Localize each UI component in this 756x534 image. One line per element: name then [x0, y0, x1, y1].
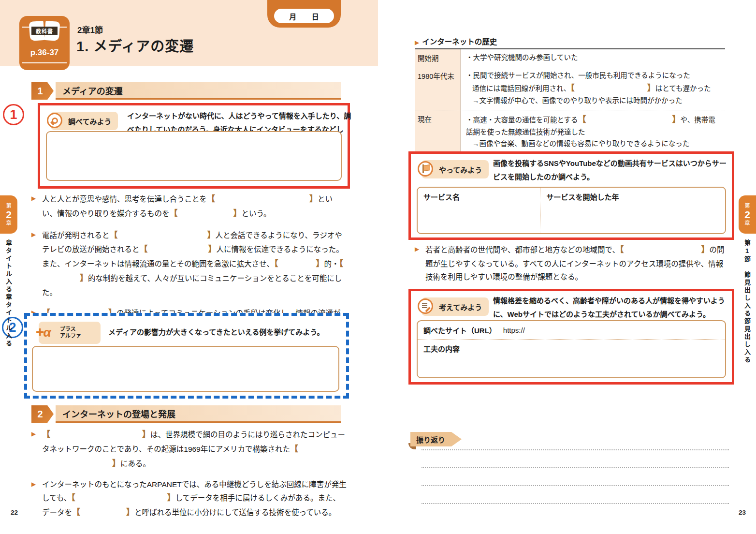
review-writing-line[interactable]	[422, 503, 729, 504]
bullet-triangle-icon: ▶	[31, 429, 36, 439]
try-prompt: 画像を投稿するSNSやYouTubeなどの動画共有サービスはいつからサービスを開…	[493, 157, 727, 184]
service-name-column[interactable]: サービス名	[418, 188, 540, 233]
think-answer-box[interactable]: 調べたサイト（URL） https:// 工夫の内容	[417, 320, 726, 378]
right-chapter-tab: 第 2 章	[739, 195, 756, 234]
section2-title: インターネットの登場と発展	[62, 407, 175, 420]
memo-pencil-icon	[418, 298, 433, 314]
date-month-label: 月	[289, 11, 296, 21]
try-badge-label: やってみよう	[439, 164, 482, 175]
try-answer-table[interactable]: サービス名 サービスを開始した年	[417, 187, 726, 234]
section2-number-badge: 2	[31, 405, 54, 423]
bullet-triangle-icon: ▶	[31, 230, 36, 240]
section2-header: 2 インターネットの登場と発展	[31, 405, 341, 423]
think-badge-label: 考えてみよう	[439, 302, 482, 312]
chapter-section-kicker: 2章1節	[77, 23, 103, 35]
history-heading: ▶インターネットの歴史	[415, 36, 497, 46]
url-label: 調べたサイト（URL）	[423, 325, 496, 335]
bullet-item: ▶電話が発明されると【】人と会話できるようになり、ラジオやテレビの放送が開始され…	[31, 228, 347, 299]
date-box: 月 日	[267, 0, 341, 28]
section2-bullets: ▶【】は、世界規模で網の目のようにはり巡らされたコンピュータネットワークのことで…	[31, 428, 347, 527]
inquiry-badge-label: 調べてみよう	[68, 116, 111, 126]
fill-in-blank: 【】	[110, 231, 216, 239]
textbook-pages: p.36-37	[19, 48, 70, 58]
flag-icon	[418, 161, 433, 177]
think-badge: 考えてみよう	[422, 297, 489, 316]
magnifier-icon	[47, 113, 62, 128]
fill-in-blank: 【】	[42, 430, 150, 439]
plus-alpha-label: プラス アルファ	[60, 326, 81, 340]
url-value: https://	[503, 326, 525, 334]
fill-in-blank: 【】	[140, 245, 217, 253]
bullet-item: ▶人と人とが意思や感情、思考を伝達し合うことを【】といい、情報のやり取りを媒介す…	[31, 192, 347, 221]
fill-in-blank: 【】	[72, 508, 134, 517]
fill-in-blank: 【】	[170, 209, 242, 218]
try-badge: やってみよう	[422, 160, 489, 178]
plus-alpha-answer-box[interactable]	[32, 346, 339, 392]
think-highlight-box: 考えてみよう 情報格差を縮めるべく、高齢者や障がいのある人が情報を得やすいように…	[408, 289, 734, 385]
bullet-triangle-icon: ▶	[415, 244, 419, 254]
bullet-item: ▶若者と高齢者の世代間や、都市部と地方などの地域間で、【】の問題が生じやすくなっ…	[415, 243, 728, 283]
fill-in-blank: 【】	[578, 116, 681, 124]
history-table: 開始期 ・大学や研究機関のみ参画していた 1980年代末 ・民間で接続サービスが…	[415, 48, 725, 154]
right-section-caption: 第1節 節見出し入る節見出し入る	[742, 239, 752, 510]
left-page-number: 22	[11, 509, 18, 516]
plus-alpha-badge: +α プラス アルファ	[39, 322, 101, 344]
bullet-triangle-icon: ▶	[31, 479, 36, 490]
annotation-circle-1: 1	[3, 104, 24, 125]
plus-alpha-icon: +α	[36, 324, 51, 340]
left-chapter-tab: 第 2 章	[0, 195, 17, 234]
badge-divider	[22, 62, 67, 63]
inquiry-badge: 調べてみよう	[51, 112, 118, 130]
bullet-item: ▶インターネットのもとになったARPANETでは、ある中継機どうしを結ぶ回線に障…	[31, 478, 347, 520]
date-day-label: 日	[312, 11, 319, 21]
review-writing-line[interactable]	[422, 485, 729, 486]
section1-header: 1 メディアの変遷	[31, 82, 341, 100]
bullet-triangle-icon: ▶	[415, 39, 419, 46]
service-year-column[interactable]: サービスを開始した年	[540, 188, 625, 233]
content-label: 工夫の内容	[423, 345, 460, 353]
textbook-badge: 教科書 p.36-37	[19, 16, 70, 70]
left-chapter-caption: 章タイトル入る章タイトル入る	[4, 239, 13, 447]
content-row[interactable]: 工夫の内容	[418, 340, 725, 357]
plus-alpha-highlight-box: +α プラス アルファ メディアの影響力が大きくなってきたといえる例を挙げてみよ…	[24, 313, 349, 399]
page-title: 1. メディアの変遷	[76, 35, 194, 55]
workbook-spread: 月 日 教科書 p.36-37 2章1節 1. メディアの変遷 1 メディアの変…	[0, 0, 756, 534]
section1-number-badge: 1	[31, 82, 54, 100]
fill-in-blank: 【】	[274, 260, 324, 268]
book-icon: 教科書	[29, 19, 60, 43]
table-row: 現在 ・高速・大容量の通信を可能とする【】や、携帯電話網を使った無線通信技術が発…	[415, 110, 725, 153]
url-row[interactable]: 調べたサイト（URL） https://	[418, 321, 725, 340]
fill-in-blank: 【】	[207, 195, 318, 203]
history-period: 1980年代末	[415, 67, 461, 110]
think-prompt: 情報格差を縮めるべく、高齢者や障がいのある人が情報を得やすいように、Webサイト…	[493, 294, 730, 321]
try-highlight-box: やってみよう 画像を投稿するSNSやYouTubeなどの動画共有サービスはいつか…	[408, 151, 734, 240]
review-arrow-badge: 振り返り	[410, 432, 462, 446]
plus-alpha-prompt: メディアの影響力が大きくなってきたといえる例を挙げてみよう。	[108, 326, 340, 339]
fill-in-blank: 【】	[570, 85, 655, 92]
inquiry-answer-box[interactable]	[46, 131, 342, 181]
bullet-item: ▶【】は、世界規模で網の目のようにはり巡らされたコンピュータネットワークのことで…	[31, 428, 347, 471]
inquiry-highlight-box: 調べてみよう インターネットがない時代に、人はどうやって情報を入手したり、調べた…	[38, 103, 350, 189]
bullet-triangle-icon: ▶	[31, 193, 36, 204]
history-period: 開始期	[415, 49, 461, 67]
table-row: 1980年代末 ・民間で接続サービスが開始され、一般市民も利用できるようになった…	[415, 67, 725, 110]
fill-in-blank: 【】	[71, 494, 175, 502]
date-entry-field[interactable]: 月 日	[274, 9, 334, 23]
divide-bullet: ▶若者と高齢者の世代間や、都市部と地方などの地域間で、【】の問題が生じやすくなっ…	[415, 243, 728, 291]
table-row: 開始期 ・大学や研究機関のみ参画していた	[415, 49, 725, 67]
history-period: 現在	[415, 110, 461, 153]
textbook-label: 教科書	[31, 27, 58, 35]
review-writing-line[interactable]	[422, 467, 729, 468]
fill-in-blank: 【】	[620, 246, 710, 254]
review-writing-line[interactable]	[422, 449, 729, 450]
section1-title: メディアの変遷	[62, 84, 123, 97]
